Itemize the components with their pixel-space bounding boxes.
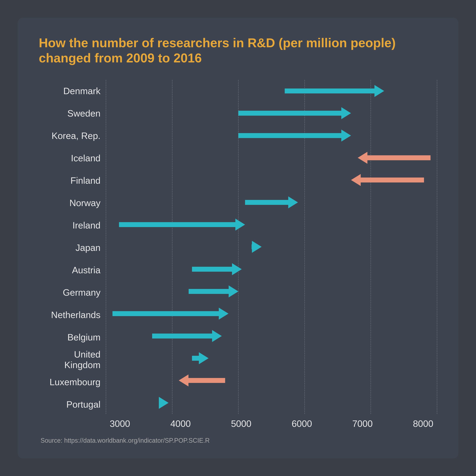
bar-row-iceland bbox=[106, 149, 437, 167]
rows-container bbox=[106, 80, 437, 414]
y-label-germany: Germany bbox=[39, 282, 106, 303]
bar-row-japan bbox=[106, 238, 437, 256]
source-text: Source: https://data.worldbank.org/indic… bbox=[39, 437, 437, 444]
bar-row-netherlands bbox=[106, 305, 437, 323]
x-label-8000: 8000 bbox=[409, 418, 437, 429]
y-label-austria: Austria bbox=[39, 259, 106, 281]
arrow-iceland bbox=[358, 155, 431, 160]
y-label-luxembourg: Luxembourg bbox=[39, 372, 106, 393]
y-label-belgium: Belgium bbox=[39, 327, 106, 348]
chart-title: How the number of researchers in R&D (pe… bbox=[39, 35, 437, 66]
y-label-netherlands: Netherlands bbox=[39, 304, 106, 325]
y-label-japan: Japan bbox=[39, 237, 106, 258]
bars-area bbox=[106, 80, 437, 414]
x-label-5000: 5000 bbox=[227, 418, 255, 429]
arrow-ireland bbox=[119, 222, 245, 227]
plot-area: 300040005000600070008000 bbox=[106, 80, 437, 430]
arrow-austria bbox=[192, 267, 242, 272]
arrow-germany bbox=[189, 289, 238, 294]
bar-row-portugal bbox=[106, 394, 437, 412]
x-label-3000: 3000 bbox=[106, 418, 134, 429]
arrow-united-kingdom bbox=[192, 356, 209, 361]
bar-row-austria bbox=[106, 260, 437, 278]
y-label-portugal: Portugal bbox=[39, 394, 106, 415]
arrow-sweden bbox=[238, 111, 351, 116]
y-label-norway: Norway bbox=[39, 192, 106, 214]
y-label-ireland: Ireland bbox=[39, 215, 106, 236]
bar-row-sweden bbox=[106, 104, 437, 122]
y-label-finland: Finland bbox=[39, 170, 106, 191]
bar-row-luxembourg bbox=[106, 372, 437, 389]
arrow-belgium bbox=[152, 334, 222, 339]
y-axis-labels: DenmarkSwedenKorea, Rep.IcelandFinlandNo… bbox=[39, 80, 106, 430]
chart-container: How the number of researchers in R&D (pe… bbox=[18, 18, 458, 458]
arrow-finland bbox=[351, 178, 424, 183]
bar-row-denmark bbox=[106, 82, 437, 100]
bar-row-united-kingdom bbox=[106, 349, 437, 367]
arrow-luxembourg bbox=[179, 378, 225, 383]
bar-row-finland bbox=[106, 171, 437, 189]
arrow-korea--rep- bbox=[238, 133, 351, 138]
x-axis: 300040005000600070008000 bbox=[106, 416, 437, 430]
bar-row-germany bbox=[106, 283, 437, 300]
arrow-netherlands bbox=[113, 311, 228, 316]
arrow-norway bbox=[245, 200, 298, 205]
arrow-portugal bbox=[159, 400, 166, 405]
x-label-7000: 7000 bbox=[348, 418, 376, 429]
chart-body: DenmarkSwedenKorea, Rep.IcelandFinlandNo… bbox=[39, 80, 437, 430]
y-label-korea--rep-: Korea, Rep. bbox=[39, 125, 106, 146]
bar-row-korea--rep- bbox=[106, 127, 437, 144]
y-label-denmark: Denmark bbox=[39, 80, 106, 102]
x-label-6000: 6000 bbox=[288, 418, 316, 429]
y-label-sweden: Sweden bbox=[39, 103, 106, 124]
x-label-4000: 4000 bbox=[166, 418, 195, 429]
bar-row-belgium bbox=[106, 327, 437, 345]
arrow-denmark bbox=[285, 88, 384, 93]
arrow-japan bbox=[252, 244, 261, 249]
y-label-united-kingdom: United Kingdom bbox=[39, 349, 106, 370]
y-label-iceland: Iceland bbox=[39, 148, 106, 169]
bar-row-ireland bbox=[106, 216, 437, 233]
bar-row-norway bbox=[106, 194, 437, 211]
